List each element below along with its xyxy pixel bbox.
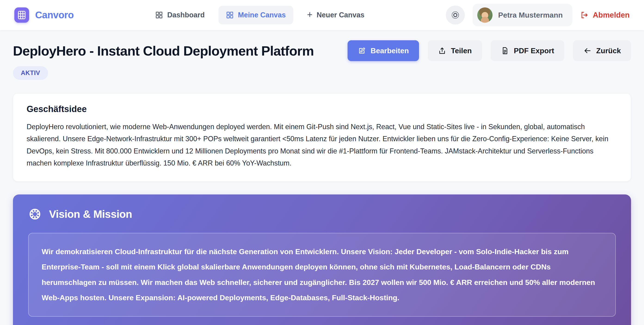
edit-button[interactable]: Bearbeiten (348, 40, 419, 61)
vision-mission-heading: Vision & Mission (49, 208, 132, 220)
avatar (477, 8, 492, 23)
vision-mission-text: Wir demokratisieren Cloud-Infrastruktur … (42, 244, 602, 305)
share-button-label: Teilen (451, 47, 472, 55)
page-header-row: DeployHero - Instant Cloud Deployment Pl… (13, 40, 631, 61)
theme-toggle-button[interactable] (446, 6, 465, 25)
status-badge: AKTIV (13, 66, 48, 80)
vision-compass-icon (28, 207, 42, 221)
pdf-export-button[interactable]: PDF Export (491, 40, 564, 61)
back-button[interactable]: Zurück (573, 40, 631, 61)
pdf-export-button-label: PDF Export (514, 47, 554, 55)
brand-name: Canvoro (35, 10, 74, 21)
vision-mission-header: Vision & Mission (28, 207, 616, 221)
logout-button[interactable]: Abmelden (580, 11, 630, 20)
logout-label: Abmelden (593, 11, 630, 20)
nav-item-dashboard[interactable]: Dashboard (148, 6, 212, 24)
dashboard-grid-icon (155, 11, 163, 19)
user-menu[interactable]: Petra Mustermann (473, 4, 572, 26)
business-idea-text: DeployHero revolutioniert, wie moderne W… (26, 121, 618, 169)
logout-icon (580, 11, 588, 19)
vision-quote-box: Wir demokratisieren Cloud-Infrastruktur … (28, 233, 616, 317)
edit-icon (358, 47, 366, 55)
page-title: DeployHero - Instant Cloud Deployment Pl… (6, 43, 314, 59)
pdf-icon (501, 47, 509, 55)
main-content: DeployHero - Instant Cloud Deployment Pl… (0, 30, 644, 325)
nav-item-neuer-canvas[interactable]: + Neuer Canvas (300, 6, 372, 24)
top-navbar: Canvoro Dashboard Meine Canv (0, 0, 644, 30)
brand-logo[interactable]: Canvoro (14, 8, 74, 23)
app-root: Canvoro Dashboard Meine Canv (0, 0, 644, 325)
nav-item-label: Meine Canvas (238, 11, 286, 19)
brand-tile (14, 8, 29, 23)
back-button-label: Zurück (596, 47, 621, 55)
user-name: Petra Mustermann (498, 11, 562, 20)
brand-grid-icon (17, 10, 27, 20)
share-button[interactable]: Teilen (428, 40, 482, 61)
main-nav: Dashboard Meine Canvas + Neuer Canvas (148, 6, 372, 24)
sun-icon (451, 11, 460, 20)
share-icon (438, 47, 446, 55)
plus-icon: + (307, 10, 312, 19)
edit-button-label: Bearbeiten (371, 47, 409, 55)
header-right-group: Petra Mustermann Abmelden (446, 4, 630, 26)
vision-mission-card: Vision & Mission Wir demokratisieren Clo… (13, 194, 631, 325)
nav-item-label: Neuer Canvas (316, 11, 364, 19)
nav-item-meine-canvas[interactable]: Meine Canvas (218, 6, 293, 24)
badge-row: AKTIV (13, 66, 631, 80)
canvas-grid-icon (226, 11, 234, 19)
back-arrow-icon (583, 47, 592, 55)
nav-item-label: Dashboard (167, 11, 205, 19)
action-buttons: Bearbeiten Teilen (348, 40, 631, 61)
business-idea-card: Geschäftsidee DeployHero revolutioniert,… (13, 93, 631, 181)
business-idea-heading: Geschäftsidee (26, 104, 618, 114)
